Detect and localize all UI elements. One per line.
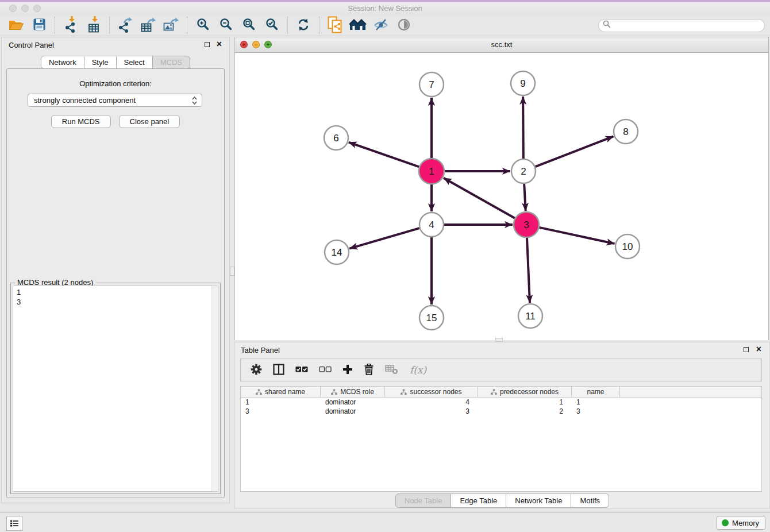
cell-name[interactable]: 1 [572, 398, 620, 407]
result-line: 3 [17, 297, 214, 307]
edge-1-6[interactable] [349, 142, 419, 167]
trash-button[interactable] [364, 364, 374, 377]
node-14[interactable]: 14 [325, 240, 349, 264]
result-scrollbar[interactable] [211, 286, 218, 491]
node-3[interactable]: 3 [514, 212, 539, 237]
cell-MCDS-role[interactable]: dominator [321, 407, 385, 416]
edge-3-10[interactable] [539, 228, 614, 244]
cell-predecessor-nodes[interactable]: 1 [478, 398, 572, 407]
node-15[interactable]: 15 [419, 306, 444, 330]
table-row[interactable]: 3dominator323 [241, 407, 761, 416]
columns-icon [273, 364, 284, 377]
zoom-in-button[interactable] [191, 16, 214, 34]
network-graph[interactable]: 7968124314101511 [235, 53, 768, 340]
gear-icon [251, 364, 262, 377]
close-panel-icon[interactable]: × [217, 39, 222, 49]
node-7[interactable]: 7 [419, 72, 444, 97]
tab-select[interactable]: Select [117, 56, 153, 69]
open-folder-button[interactable] [5, 16, 28, 34]
edge-3-11[interactable] [527, 238, 530, 303]
tab-mcds[interactable]: MCDS [153, 56, 190, 69]
column-header-MCDS-role[interactable]: MCDS role [321, 387, 385, 397]
cell-successor-nodes[interactable]: 3 [385, 407, 478, 416]
gear-button[interactable] [251, 364, 262, 377]
tab-style[interactable]: Style [84, 56, 117, 69]
column-header-shared-name[interactable]: shared name [241, 387, 321, 397]
edge-2-8[interactable] [536, 136, 614, 167]
session-title: Session: New Session [0, 4, 770, 13]
search-box[interactable] [598, 19, 765, 32]
svg-text:6: 6 [333, 133, 338, 144]
status-bar: Memory [0, 512, 770, 532]
float-panel-icon[interactable] [205, 42, 210, 47]
edge-3-1[interactable] [444, 178, 515, 218]
show-eye-button[interactable] [392, 16, 415, 34]
mcds-result-textarea[interactable]: 13 [13, 286, 218, 492]
cell-shared-name[interactable]: 1 [241, 398, 321, 407]
node-9[interactable]: 9 [511, 71, 535, 95]
node-table[interactable]: shared nameMCDS rolesuccessor nodesprede… [240, 386, 762, 492]
column-header-predecessor-nodes[interactable]: predecessor nodes [478, 387, 572, 397]
close-panel-button[interactable]: Close panel [119, 115, 180, 128]
memory-button[interactable]: Memory [717, 516, 765, 530]
unchecked-pair-button[interactable] [319, 366, 332, 375]
network-canvas[interactable]: 7968124314101511 [235, 53, 768, 340]
cell-name[interactable]: 3 [572, 407, 620, 416]
houses-button[interactable] [346, 16, 369, 34]
edge-2-9[interactable] [523, 97, 523, 159]
table-row[interactable]: 1dominator411 [241, 398, 761, 407]
node-10[interactable]: 10 [615, 234, 640, 259]
zoom-in-icon [197, 18, 210, 33]
node-1[interactable]: 1 [419, 159, 444, 184]
export-network-button[interactable] [114, 16, 137, 34]
tab-network[interactable]: Network [41, 56, 84, 69]
search-input[interactable] [613, 21, 764, 30]
cell-MCDS-role[interactable]: dominator [321, 398, 385, 407]
import-network-button[interactable] [59, 16, 82, 34]
list-icon [10, 519, 18, 528]
horizontal-split-grip[interactable] [495, 338, 503, 342]
network-window-titlebar[interactable]: ×−+ scc.txt [235, 37, 768, 53]
criterion-select[interactable]: strongly connected component [28, 94, 202, 107]
run-mcds-button[interactable]: Run MCDS [51, 115, 111, 128]
zoom-fit-button[interactable] [237, 16, 260, 34]
cell-shared-name[interactable]: 3 [241, 407, 321, 416]
cell-predecessor-nodes[interactable]: 2 [478, 407, 572, 416]
checked-pair-button[interactable] [295, 366, 308, 375]
tab-network-table[interactable]: Network Table [506, 494, 571, 508]
node-6[interactable]: 6 [324, 126, 348, 150]
tab-node-table[interactable]: Node Table [395, 494, 452, 508]
attribute-tree-icon [401, 389, 407, 395]
open-folder-icon [9, 18, 24, 33]
zoom-selected-button[interactable] [260, 16, 283, 34]
import-table-button[interactable] [82, 16, 105, 34]
hide-eye-button[interactable] [369, 16, 392, 34]
plus-icon [342, 364, 353, 376]
network-file-button[interactable] [324, 16, 346, 34]
show-panels-button[interactable] [6, 516, 22, 531]
cell-successor-nodes[interactable]: 4 [385, 398, 478, 407]
close-table-panel-icon[interactable]: × [756, 344, 761, 354]
export-image-button[interactable] [160, 16, 183, 34]
mcds-tab-content: Optimization criterion: strongly connect… [6, 68, 225, 498]
columns-button[interactable] [273, 364, 284, 377]
toolbar-separator [187, 17, 187, 34]
refresh-button[interactable] [292, 16, 315, 34]
node-8[interactable]: 8 [614, 119, 638, 144]
node-2[interactable]: 2 [511, 159, 536, 183]
node-4[interactable]: 4 [419, 213, 444, 237]
export-table-button[interactable] [137, 16, 160, 34]
edge-4-14[interactable] [349, 228, 419, 248]
plus-button[interactable] [342, 364, 353, 376]
zoom-out-button[interactable] [214, 16, 237, 34]
tab-edge-table[interactable]: Edge Table [451, 494, 506, 508]
column-header-successor-nodes[interactable]: successor nodes [385, 387, 478, 397]
column-header-name[interactable]: name [572, 387, 620, 397]
edge-2-3[interactable] [524, 184, 526, 211]
save-button[interactable] [28, 16, 51, 34]
node-11[interactable]: 11 [518, 304, 542, 328]
float-table-panel-icon[interactable] [744, 347, 749, 352]
toolbar-separator [55, 17, 55, 34]
tab-motifs[interactable]: Motifs [571, 494, 609, 508]
vertical-split-grip[interactable] [230, 267, 234, 276]
